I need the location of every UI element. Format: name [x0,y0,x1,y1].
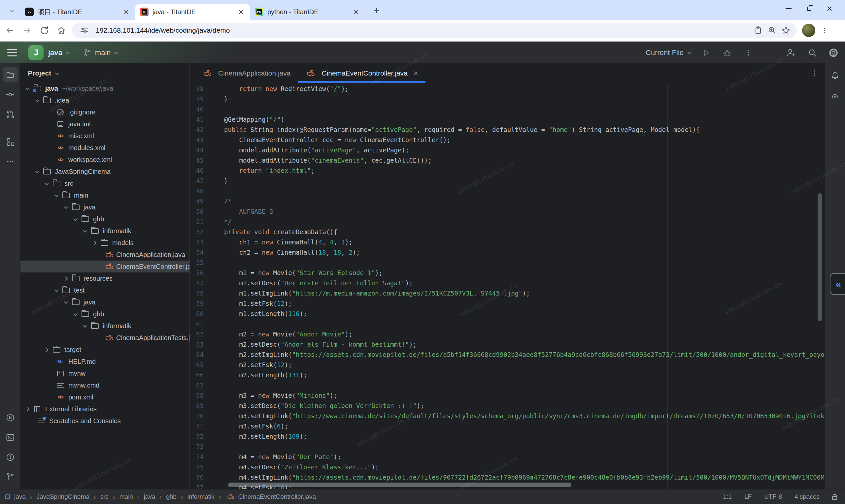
tree-item-ghb[interactable]: ghb [20,213,190,225]
line-number[interactable]: 62 [190,329,209,339]
line-number[interactable]: 50 [190,206,209,217]
close-icon[interactable]: × [352,7,360,16]
horizontal-scrollbar[interactable] [228,483,571,487]
code-line-75[interactable]: 75 m4.setDesc("Zeitloser Klassiker..."); [190,462,825,472]
line-number[interactable]: 64 [190,349,209,360]
line-number[interactable]: 51 [190,217,209,227]
terminal-tool-button[interactable] [3,430,18,445]
breadcrumb-item[interactable]: informatik [188,493,214,500]
line-number[interactable]: 66 [190,370,209,380]
project-tool-button[interactable] [3,67,18,83]
line-ending[interactable]: LF [744,493,752,500]
code-with-me-icon[interactable] [786,47,797,58]
chevron-down-icon[interactable] [45,181,49,185]
line-number[interactable]: 65 [190,360,209,370]
tab-search-button[interactable] [5,4,18,17]
code-line-42[interactable]: 42 public String index(@RequestParam(nam… [190,125,825,135]
chevron-down-icon[interactable] [54,288,59,292]
file-encoding[interactable]: UTF-8 [764,493,782,500]
unlocked-icon[interactable] [832,494,837,500]
line-number[interactable]: 41 [190,114,209,125]
editor-tab-cinema-event-controller[interactable]: CinemaEventController.java × [298,63,425,83]
tree-item-cinemaapplicationtests-java[interactable]: CinemaApplicationTests.java [20,332,190,344]
code-line-44[interactable]: 44 model.addAttribute("activePage", acti… [190,145,825,155]
breadcrumb-item[interactable]: JavaSpringCinema [37,493,90,500]
chevron-down-icon[interactable] [64,204,68,209]
branch-widget[interactable]: main [83,49,117,57]
code-line-40[interactable]: 40 [190,104,825,114]
commit-tool-button[interactable] [3,87,18,102]
browser-menu-icon[interactable] [818,23,831,38]
code-line-46[interactable]: 46 return "index.html"; [190,166,825,176]
tree-item--idea[interactable]: .idea [20,94,190,106]
tree-item-informatik[interactable]: informatik [20,225,190,237]
notifications-bell-icon[interactable] [828,68,843,83]
line-number[interactable]: 45 [190,155,209,166]
line-number[interactable]: 56 [190,268,209,278]
editor-tab-options-icon[interactable] [810,69,818,77]
code-line-39[interactable]: 39 } [190,94,825,104]
chevron-down-icon[interactable] [83,323,87,327]
caret-position[interactable]: 1:1 [723,493,732,500]
tree-item-java[interactable]: java [20,296,190,308]
line-number[interactable]: 58 [190,288,209,299]
tree-item-mvnw[interactable]: mvnw [20,367,190,379]
chevron-down-icon[interactable] [83,228,87,233]
chevron-down-icon[interactable] [74,216,78,221]
code-line-68[interactable]: 68 m3 = new Movie("Minions"); [190,391,825,401]
close-icon[interactable]: × [237,7,245,16]
ai-assistant-icon[interactable] [828,89,843,104]
code-line-55[interactable]: 55 [190,258,825,268]
tree-item-ghb[interactable]: ghb [20,308,190,320]
breadcrumb-item[interactable]: CinemaEventController.java [238,493,316,500]
line-number[interactable]: 48 [190,186,209,196]
home-button[interactable] [54,23,69,38]
code-line-51[interactable]: 51 */ [190,217,825,227]
code-line-69[interactable]: 69 m3.setDesc("Die kleinen gelben Verrüc… [190,401,825,411]
line-number[interactable]: 67 [190,380,209,391]
tree-item-modules-xml[interactable]: modules.xml [20,142,190,154]
tree-item-informatik[interactable]: informatik [20,320,190,332]
code-line-76[interactable]: 76 m4.setImgLink("https://assets.cdn.mov… [190,472,825,483]
editor-code[interactable]: 38 return new RedirectView("/");39 }4041… [190,83,825,489]
code-line-59[interactable]: 59 m1.setFsk(12); [190,299,825,309]
forward-button[interactable] [20,23,34,38]
clipboard-icon[interactable] [751,23,765,37]
code-line-56[interactable]: 56 m1 = new Movie("Star Wars Episode 1")… [190,268,825,278]
code-line-62[interactable]: 62 m2 = new Movie("Andor Movie"); [190,329,825,339]
main-menu-icon[interactable] [7,49,17,56]
code-line-74[interactable]: 74 m4 = new Movie("Der Pate"); [190,452,825,462]
search-icon[interactable] [807,47,818,58]
line-number[interactable]: 39 [190,94,209,104]
line-number[interactable]: 53 [190,237,209,247]
line-number[interactable]: 69 [190,401,209,411]
browser-tab-project[interactable]: ‹› 项目 - TitanIDE × [20,4,135,20]
reload-button[interactable] [37,23,52,38]
structure-tool-button[interactable] [3,134,18,149]
tree-item-javaspringcinema[interactable]: JavaSpringCinema [20,166,190,178]
vertical-scrollbar[interactable] [817,193,822,321]
chevron-down-icon[interactable] [35,169,40,173]
tree-item-misc-xml[interactable]: misc.xml [20,130,190,142]
tree-item-models[interactable]: models [20,237,190,249]
code-line-50[interactable]: 50 AUFGABE 3 [190,206,825,217]
services-tool-button[interactable] [3,410,18,425]
breadcrumb-item[interactable]: main [120,493,133,500]
code-line-58[interactable]: 58 m1.setImgLink("https://m.media-amazon… [190,288,825,299]
line-number[interactable]: 47 [190,176,209,186]
code-line-41[interactable]: 41 @GetMapping("/") [190,114,825,125]
line-number[interactable]: 60 [190,309,209,319]
breadcrumb-item[interactable]: java [144,493,156,500]
code-line-73[interactable]: 73 [190,442,825,452]
code-line-72[interactable]: 72 m3.setLength(109); [190,431,825,442]
line-number[interactable]: 73 [190,442,209,452]
code-line-45[interactable]: 45 model.addAttribute("cinemaEvents", ce… [190,155,825,166]
new-tab-button[interactable]: + [370,4,382,17]
tree-item-target[interactable]: target [20,344,190,356]
tree-item-external-libraries[interactable]: External Libraries [20,403,190,415]
more-tools-icon[interactable] [3,154,18,169]
line-number[interactable]: 38 [190,84,209,94]
back-button[interactable] [3,23,17,38]
line-number[interactable]: 74 [190,452,209,462]
url-text[interactable]: 192.168.101.144/ide/web/coding/java/demo [96,26,751,34]
